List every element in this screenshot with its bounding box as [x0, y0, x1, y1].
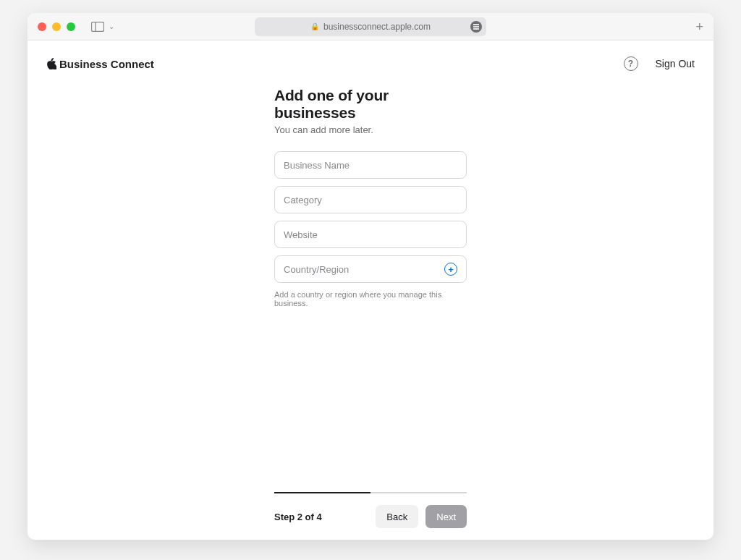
reader-mode-icon[interactable]	[470, 21, 482, 33]
content-area: Add one of your businesses You can add m…	[27, 78, 714, 492]
chevron-down-icon: ⌄	[109, 22, 114, 30]
add-country-icon[interactable]: +	[444, 263, 457, 276]
brand-text: Business Connect	[59, 58, 154, 70]
maximize-window-icon[interactable]	[67, 22, 75, 31]
website-field[interactable]	[274, 221, 467, 248]
minimize-window-icon[interactable]	[52, 22, 61, 31]
lock-icon: 🔒	[310, 22, 319, 30]
add-business-form: Add one of your businesses You can add m…	[274, 87, 467, 307]
next-button[interactable]: Next	[425, 505, 467, 528]
header-actions: ? Sign Out	[624, 56, 695, 71]
browser-toolbar: ⌄ 🔒 businessconnect.apple.com +	[27, 13, 714, 41]
category-input[interactable]	[284, 195, 457, 205]
category-field[interactable]	[274, 186, 467, 213]
browser-window: ⌄ 🔒 businessconnect.apple.com + Business…	[27, 13, 714, 540]
page: Business Connect ? Sign Out Add one of y…	[27, 41, 714, 540]
sidebar-toggle-button[interactable]: ⌄	[91, 22, 114, 32]
sidebar-icon	[91, 22, 104, 32]
country-helper-text: Add a country or region where you manage…	[274, 290, 467, 307]
svg-rect-0	[92, 22, 104, 31]
progress-bar	[274, 492, 467, 493]
help-icon[interactable]: ?	[624, 56, 638, 71]
window-controls	[38, 22, 75, 31]
country-region-label: Country/Region	[284, 264, 444, 275]
address-url: businessconnect.apple.com	[323, 22, 431, 32]
address-bar[interactable]: 🔒 businessconnect.apple.com	[255, 17, 486, 36]
close-window-icon[interactable]	[38, 22, 46, 31]
progress-fill	[274, 492, 370, 493]
apple-logo-icon	[46, 58, 56, 69]
country-region-field[interactable]: Country/Region +	[274, 255, 467, 283]
brand-logo: Business Connect	[46, 58, 154, 70]
page-header: Business Connect ? Sign Out	[27, 41, 714, 78]
page-subtitle: You can add more later.	[274, 124, 467, 135]
business-name-input[interactable]	[284, 160, 457, 171]
business-name-field[interactable]	[274, 151, 467, 179]
website-input[interactable]	[284, 229, 457, 240]
new-tab-button[interactable]: +	[695, 20, 703, 33]
signout-link[interactable]: Sign Out	[656, 58, 695, 69]
step-label: Step 2 of 4	[274, 512, 322, 522]
footer-row: Step 2 of 4 Back Next	[274, 505, 467, 528]
back-button[interactable]: Back	[376, 505, 418, 528]
flow-footer: Step 2 of 4 Back Next	[274, 492, 467, 540]
page-title: Add one of your businesses	[274, 87, 467, 122]
footer-buttons: Back Next	[376, 505, 467, 528]
